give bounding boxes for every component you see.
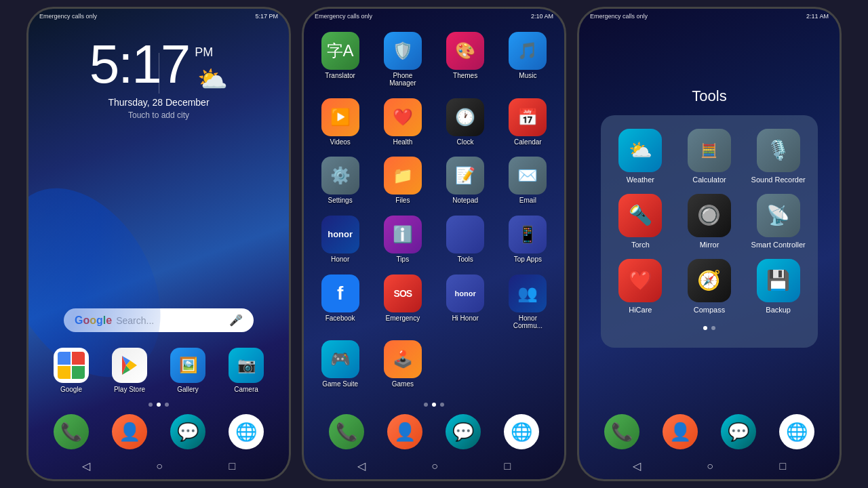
phone2-phone-icon[interactable]: 📞 [329, 414, 364, 449]
folder-title: Tools [692, 87, 726, 105]
music-icon: 🎵 [509, 32, 547, 70]
app-phone-manager[interactable]: 🛡️ Phone Manager [373, 29, 432, 92]
fdot2 [711, 326, 715, 330]
phone3-messages-icon[interactable]: 💬 [721, 414, 756, 449]
app-clock[interactable]: 🕐 Clock [436, 96, 495, 151]
phone3-status-bar: Emergency calls only 2:11 AM [579, 9, 840, 24]
tool-mirror[interactable]: 🔘 Mirror [680, 194, 739, 249]
app-playstore[interactable]: Play Store [112, 348, 147, 393]
p2-back-button[interactable]: ◁ [357, 460, 366, 472]
tips-label: Tips [397, 256, 410, 263]
tool-calculator[interactable]: 🧮 Calculator [680, 129, 739, 184]
clock-label: Clock [457, 138, 474, 146]
files-label: Files [395, 197, 410, 204]
games-icon: 🕹️ [384, 340, 422, 378]
phone3-phone-icon[interactable]: 📞 [604, 414, 639, 449]
chrome-dock-icon[interactable]: 🌐 [229, 414, 264, 449]
app-honor[interactable]: honor Honor [311, 213, 370, 268]
touch-city[interactable]: Touch to add city [128, 110, 189, 120]
playstore-label: Play Store [114, 386, 145, 393]
phone-dock-icon[interactable]: 📞 [54, 414, 89, 449]
home-button[interactable]: ○ [156, 460, 163, 472]
top-apps-icon: 📱 [509, 216, 547, 253]
phone2-chrome-icon[interactable]: 🌐 [504, 414, 539, 449]
hi-honor-label: Hi Honor [452, 314, 478, 322]
sound-recorder-icon: 🎙️ [757, 129, 800, 172]
app-files[interactable]: 📁 Files [373, 154, 432, 209]
tool-torch[interactable]: 🔦 Torch [611, 194, 670, 249]
app-honor-community[interactable]: 👥 Honor Commu... [498, 272, 557, 335]
p3-home-button[interactable]: ○ [707, 460, 713, 472]
date-display: Thursday, 28 December [108, 97, 209, 108]
app-facebook[interactable]: f Facebook [311, 272, 370, 335]
calendar-icon: 📅 [509, 98, 547, 136]
health-icon: ❤️ [384, 98, 422, 136]
app-settings[interactable]: ⚙️ Settings [311, 154, 370, 209]
app-music[interactable]: 🎵 Music [498, 29, 557, 92]
apps-grid: 字A Translator 🛡️ Phone Manager 🎨 Themes … [304, 24, 564, 399]
app-calendar[interactable]: 📅 Calendar [498, 96, 557, 151]
mirror-tool-label: Mirror [700, 241, 719, 249]
playstore-icon [112, 348, 147, 383]
p2dot1 [424, 403, 428, 407]
tool-smart-controller[interactable]: 📡 Smart Controller [749, 194, 808, 249]
p2-recents-button[interactable]: □ [505, 460, 511, 472]
app-sos[interactable]: SOS Emergency [373, 272, 432, 335]
app-notepad[interactable]: 📝 Notepad [436, 154, 495, 209]
contacts-dock-icon[interactable]: 👤 [112, 414, 147, 449]
back-button[interactable]: ◁ [82, 460, 90, 472]
messages-dock-icon[interactable]: 💬 [170, 414, 205, 449]
app-hi-honor[interactable]: honor Hi Honor [436, 272, 495, 335]
tips-icon: ℹ️ [384, 216, 422, 253]
tool-backup[interactable]: 💾 Backup [749, 259, 808, 314]
app-tools[interactable]: Tools [436, 213, 495, 268]
weather-icon-lock: ⛅ [197, 65, 228, 94]
p3-recents-button[interactable]: □ [780, 460, 787, 472]
phone2-appdrawer: Emergency calls only 2:10 AM 字A Translat… [302, 7, 566, 481]
app-game-suite[interactable]: 🎮 Game Suite [311, 338, 370, 393]
app-gallery[interactable]: 🖼️ Gallery [170, 348, 205, 393]
phone2-contacts-icon[interactable]: 👤 [387, 414, 422, 449]
phone2-status-left: Emergency calls only [315, 13, 372, 20]
phone2-messages-icon[interactable]: 💬 [446, 414, 481, 449]
app-tips[interactable]: ℹ️ Tips [373, 213, 432, 268]
p2-home-button[interactable]: ○ [431, 460, 438, 472]
app-videos[interactable]: ▶️ Videos [311, 96, 370, 151]
app-camera[interactable]: 📷 Camera [229, 348, 264, 393]
app-google[interactable]: Google [54, 348, 89, 393]
tools-label: Tools [457, 256, 473, 263]
tools-screen: Tools ⛅ Weather 🧮 Calculator 🎙️ Sound Re… [579, 24, 840, 411]
games-label: Games [392, 380, 414, 388]
phone3-status-right: 2:11 AM [806, 13, 829, 20]
page-dots-phone2 [304, 399, 564, 411]
facebook-icon: f [321, 274, 359, 312]
videos-icon: ▶️ [321, 98, 359, 136]
tool-weather[interactable]: ⛅ Weather [611, 129, 670, 184]
game-suite-icon: 🎮 [321, 340, 359, 378]
app-games[interactable]: 🕹️ Games [373, 338, 432, 393]
tool-compass[interactable]: 🧭 Compass [680, 259, 739, 314]
hicare-tool-label: HiCare [629, 306, 652, 314]
app-top-apps[interactable]: 📱 Top Apps [498, 213, 557, 268]
notepad-icon: 📝 [446, 157, 484, 195]
recents-button[interactable]: □ [229, 460, 236, 472]
tool-sound-recorder[interactable]: 🎙️ Sound Recorder [749, 129, 808, 184]
app-translator[interactable]: 字A Translator [311, 29, 370, 92]
phone3-chrome-icon[interactable]: 🌐 [779, 414, 814, 449]
app-health[interactable]: ❤️ Health [373, 96, 432, 151]
phone1-status-bar: Emergency calls only 5:17 PM [28, 9, 289, 24]
google-icon [54, 348, 89, 383]
app-email[interactable]: ✉️ Email [498, 154, 557, 209]
mic-icon[interactable]: 🎤 [229, 314, 243, 327]
gallery-label: Gallery [177, 386, 199, 393]
phone3-contacts-icon[interactable]: 👤 [663, 414, 698, 449]
p3-back-button[interactable]: ◁ [633, 460, 641, 472]
calculator-tool-icon: 🧮 [688, 129, 731, 172]
phone1-status-right: 5:17 PM [255, 13, 278, 20]
app-themes[interactable]: 🎨 Themes [436, 29, 495, 92]
phone2-bottom-dock: 📞 👤 💬 🌐 [304, 411, 564, 453]
tool-hicare[interactable]: ❤️ HiCare [611, 259, 670, 314]
compass-tool-icon: 🧭 [688, 259, 731, 302]
gallery-icon: 🖼️ [170, 348, 205, 383]
themes-icon: 🎨 [446, 32, 484, 70]
